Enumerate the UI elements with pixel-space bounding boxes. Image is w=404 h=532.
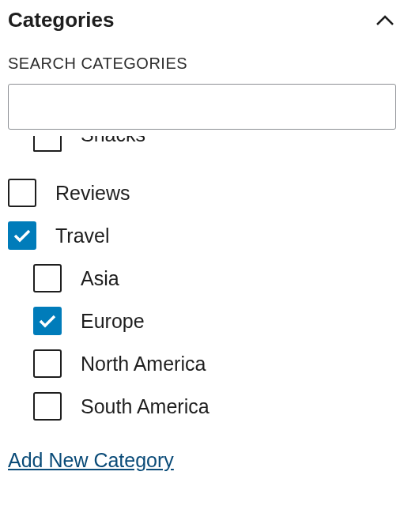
- category-list: Snacks Reviews Travel Asia Europe North …: [8, 136, 396, 421]
- checkbox-reviews[interactable]: [8, 179, 36, 207]
- category-label[interactable]: Asia: [81, 267, 119, 290]
- category-label[interactable]: Travel: [55, 224, 110, 247]
- list-item: Reviews: [8, 179, 396, 207]
- search-label: SEARCH CATEGORIES: [8, 55, 396, 73]
- list-item: Europe: [8, 307, 396, 335]
- checkbox-snacks[interactable]: [33, 136, 62, 152]
- checkbox-south-america[interactable]: [33, 392, 62, 421]
- chevron-up-icon[interactable]: [374, 9, 396, 32]
- list-item: Travel: [8, 221, 396, 250]
- add-new-category-link[interactable]: Add New Category: [8, 449, 174, 472]
- search-input[interactable]: [8, 84, 396, 130]
- checkbox-north-america[interactable]: [33, 349, 62, 378]
- category-label[interactable]: Reviews: [55, 182, 130, 205]
- checkbox-asia[interactable]: [33, 264, 62, 292]
- list-item: South America: [8, 392, 396, 421]
- panel-title: Categories: [8, 8, 114, 32]
- checkbox-travel[interactable]: [8, 221, 36, 250]
- category-label[interactable]: Snacks: [81, 136, 145, 146]
- list-item: Asia: [8, 264, 396, 292]
- category-label[interactable]: Europe: [81, 310, 145, 333]
- category-label[interactable]: North America: [81, 353, 206, 375]
- checkbox-europe[interactable]: [33, 307, 62, 335]
- list-item: North America: [8, 349, 396, 378]
- category-label[interactable]: South America: [81, 395, 210, 418]
- panel-header[interactable]: Categories: [8, 8, 396, 55]
- list-item: Snacks: [8, 136, 396, 164]
